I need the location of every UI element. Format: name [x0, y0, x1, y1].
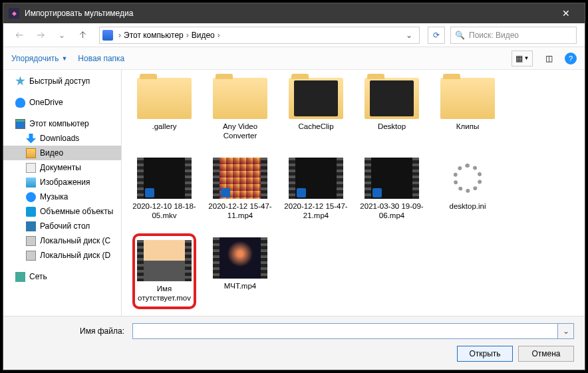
sidebar-video[interactable]: Видео	[3, 146, 121, 160]
chevron-down-icon: ▼	[61, 55, 67, 62]
file-name: МЧТ.mp4	[224, 281, 256, 291]
new-folder-button[interactable]: Новая папка	[78, 54, 124, 63]
file-name: 2021-03-30 19-09-06.mp4	[360, 201, 424, 220]
filename-row: Имя файла: ⌄	[14, 323, 574, 339]
document-icon	[26, 163, 36, 173]
breadcrumb-root[interactable]: Этот компьютер	[124, 31, 184, 40]
file-item[interactable]: 2020-12-12 15-47-11.mp4	[208, 158, 272, 220]
sidebar-music[interactable]: Музыка	[3, 189, 121, 204]
file-name: 2020-12-10 18-18-05.mkv	[132, 201, 196, 220]
footer: Имя файла: ⌄ Открыть Отмена	[3, 316, 585, 370]
video-thumbnail	[365, 158, 419, 199]
file-name: Клипы	[456, 122, 479, 131]
video-thumbnail	[289, 158, 343, 199]
desktop-icon	[26, 221, 36, 231]
folder-icon	[213, 78, 267, 119]
sidebar-onedrive[interactable]: OneDrive	[3, 95, 121, 110]
preview-pane-button[interactable]: ◫	[538, 51, 559, 66]
open-button[interactable]: Открыть	[457, 346, 513, 362]
sidebar: Быстрый доступ OneDrive Этот компьютер D…	[3, 70, 122, 316]
folder-icon	[289, 78, 343, 119]
star-icon	[15, 76, 25, 86]
file-name: CacheClip	[298, 122, 333, 131]
search-placeholder: Поиск: Видео	[469, 31, 519, 40]
folder-icon	[440, 78, 495, 119]
sidebar-desktop[interactable]: Рабочий стол	[3, 219, 121, 233]
file-item[interactable]: 2021-03-30 19-09-06.mp4	[360, 158, 424, 220]
file-item[interactable]: Any Video Converter	[208, 78, 272, 140]
close-button[interactable]: ✕	[553, 8, 579, 19]
file-name: desktop.ini	[450, 201, 486, 211]
sidebar-network[interactable]: Сеть	[3, 269, 121, 284]
breadcrumb-dropdown[interactable]: ⌄	[402, 31, 416, 40]
music-icon	[26, 192, 36, 202]
file-item[interactable]: Имя отутствует.mov	[132, 233, 196, 309]
file-item[interactable]: CacheClip	[284, 78, 348, 140]
breadcrumb[interactable]: › Этот компьютер › Видео › ⌄	[99, 27, 420, 44]
network-icon	[15, 272, 25, 282]
folder-icon	[365, 78, 419, 119]
refresh-button[interactable]: ⟳	[428, 27, 445, 44]
file-item[interactable]: desktop.ini	[436, 158, 500, 220]
filename-label: Имя файла:	[14, 326, 127, 336]
chevron-right-icon: ›	[116, 31, 124, 40]
download-icon	[26, 134, 36, 144]
recent-dropdown[interactable]: ⌄	[54, 27, 70, 43]
nav-row: 🡠 🡢 ⌄ 🡡 › Этот компьютер › Видео › ⌄ ⟳ 🔍…	[3, 23, 585, 47]
filename-input[interactable]	[132, 323, 558, 339]
disk-icon	[26, 236, 36, 246]
file-name: Имя отутствует.mov	[138, 284, 191, 303]
file-grid[interactable]: .galleryAny Video ConverterCacheClipDesk…	[122, 70, 585, 316]
sidebar-images[interactable]: Изображения	[3, 175, 121, 189]
folder-icon	[137, 78, 192, 119]
video-icon	[26, 148, 36, 158]
cube-icon	[26, 207, 36, 217]
search-input[interactable]: 🔍 Поиск: Видео	[450, 27, 577, 44]
forward-button[interactable]: 🡢	[33, 27, 49, 43]
file-item[interactable]: Desktop	[360, 78, 424, 140]
file-item[interactable]: Клипы	[436, 78, 500, 140]
video-thumbnail	[137, 158, 192, 199]
app-icon: ◆	[9, 8, 19, 19]
back-button[interactable]: 🡠	[11, 27, 27, 43]
file-item[interactable]: 2020-12-12 15-47-21.mp4	[284, 158, 348, 220]
cancel-button[interactable]: Отмена	[518, 346, 574, 362]
video-folder-icon	[102, 30, 113, 41]
sidebar-disk-d[interactable]: Локальный диск (D	[3, 248, 121, 263]
dialog-body: Быстрый доступ OneDrive Этот компьютер D…	[3, 70, 585, 316]
file-name: 2020-12-12 15-47-21.mp4	[284, 201, 348, 220]
file-item[interactable]: МЧТ.mp4	[208, 237, 272, 309]
chevron-right-icon: ›	[215, 31, 223, 40]
filename-dropdown[interactable]: ⌄	[558, 323, 574, 339]
file-name: Any Video Converter	[208, 122, 272, 140]
cloud-icon	[15, 98, 25, 108]
image-icon	[26, 178, 36, 187]
video-thumbnail	[213, 237, 267, 279]
sidebar-3d-objects[interactable]: Объемные объекты	[3, 204, 121, 219]
sidebar-this-pc[interactable]: Этот компьютер	[3, 116, 121, 131]
file-name: 2020-12-12 15-47-11.mp4	[208, 201, 272, 220]
sidebar-downloads[interactable]: Downloads	[3, 131, 121, 146]
help-button[interactable]: ?	[565, 53, 577, 64]
toolbar: Упорядочить ▼ Новая папка ▦ ▼ ◫ ?	[3, 47, 585, 70]
up-button[interactable]: 🡡	[75, 27, 91, 43]
button-row: Открыть Отмена	[14, 346, 574, 362]
pc-icon	[15, 119, 25, 129]
sidebar-quick-access[interactable]: Быстрый доступ	[3, 74, 121, 88]
file-dialog: ◆ Импортировать мультимедиа ✕ 🡠 🡢 ⌄ 🡡 › …	[3, 3, 585, 370]
organize-button[interactable]: Упорядочить ▼	[11, 54, 67, 63]
breadcrumb-folder[interactable]: Видео	[192, 31, 215, 40]
view-mode-button[interactable]: ▦ ▼	[512, 51, 533, 66]
search-icon: 🔍	[455, 31, 465, 40]
window-title: Импортировать мультимедиа	[25, 9, 553, 18]
sidebar-disk-c[interactable]: Локальный диск (C	[3, 233, 121, 248]
chevron-right-icon: ›	[184, 31, 192, 40]
gear-icon	[440, 158, 495, 199]
disk-icon	[26, 251, 36, 261]
video-thumbnail	[213, 158, 267, 199]
file-item[interactable]: 2020-12-10 18-18-05.mkv	[132, 158, 196, 220]
sidebar-documents[interactable]: Документы	[3, 160, 121, 175]
file-item[interactable]: .gallery	[132, 78, 196, 140]
file-name: Desktop	[378, 122, 406, 131]
titlebar: ◆ Импортировать мультимедиа ✕	[3, 3, 585, 23]
